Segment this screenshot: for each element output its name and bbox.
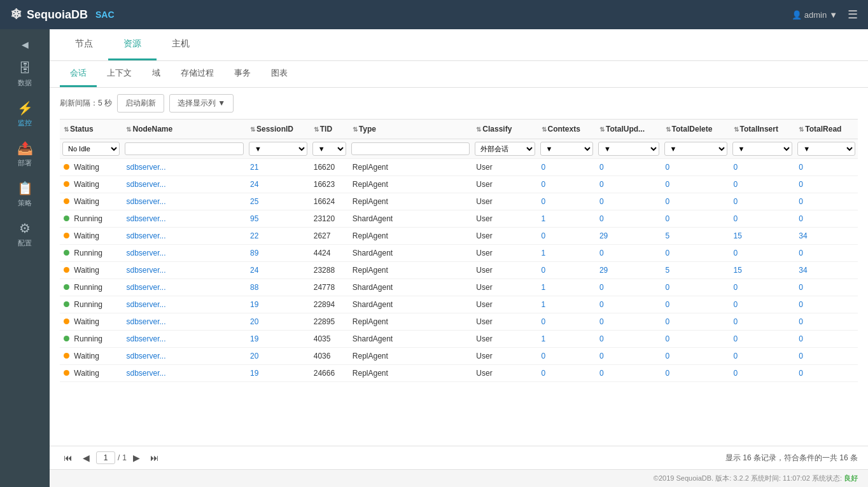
cell-nodename[interactable]: sdbserver... <box>122 228 246 245</box>
filter-totalinsert[interactable]: ▼ <box>730 139 795 159</box>
select-columns-button[interactable]: 选择显示列 ▼ <box>169 94 234 113</box>
nodename-link[interactable]: sdbserver... <box>126 283 165 292</box>
tab-chart[interactable]: 图表 <box>261 61 298 87</box>
col-header-sessionid[interactable]: ⇅SessionID <box>246 120 310 139</box>
cell-nodename[interactable]: sdbserver... <box>122 279 246 296</box>
sessionid-link[interactable]: 24 <box>250 266 258 275</box>
sidebar-item-monitor[interactable]: ⚡ 监控 <box>0 94 50 134</box>
sidebar-item-policy[interactable]: 📋 策略 <box>0 174 50 214</box>
nodename-link[interactable]: sdbserver... <box>126 163 165 172</box>
user-menu[interactable]: 👤 admin ▼ <box>792 10 837 20</box>
cell-nodename[interactable]: sdbserver... <box>122 176 246 193</box>
current-page[interactable]: 1 <box>96 451 115 464</box>
filter-sessionid[interactable]: ▼ <box>246 139 310 159</box>
col-header-totalupd[interactable]: ⇅TotalUpd... <box>596 120 662 139</box>
cell-sessionid[interactable]: 20 <box>246 313 310 331</box>
tab-storedproc[interactable]: 存储过程 <box>171 61 224 87</box>
sessionid-link[interactable]: 21 <box>250 163 258 172</box>
totaldelete-filter-select[interactable]: ▼ <box>664 142 727 156</box>
cell-nodename[interactable]: sdbserver... <box>122 296 246 313</box>
nodename-link[interactable]: sdbserver... <box>126 369 165 378</box>
sessionid-link[interactable]: 20 <box>250 352 258 360</box>
cell-sessionid[interactable]: 20 <box>246 348 310 365</box>
cell-sessionid[interactable]: 88 <box>246 279 310 296</box>
tid-filter-select[interactable]: ▼ <box>312 142 346 156</box>
last-page-button[interactable]: ⏭ <box>146 451 163 464</box>
nodename-link[interactable]: sdbserver... <box>126 197 165 206</box>
nodename-link[interactable]: sdbserver... <box>126 214 165 223</box>
filter-totalread[interactable]: ▼ <box>795 139 858 159</box>
sidebar-item-data[interactable]: 🗄 数据 <box>0 55 50 94</box>
tab-node[interactable]: 节点 <box>60 29 108 60</box>
cell-nodename[interactable]: sdbserver... <box>122 331 246 348</box>
totalread-filter-select[interactable]: ▼ <box>797 142 855 156</box>
tab-context[interactable]: 上下文 <box>97 61 142 87</box>
tab-resource[interactable]: 资源 <box>108 29 157 60</box>
nodename-filter-input[interactable] <box>125 142 243 155</box>
sessionid-link[interactable]: 24 <box>250 180 258 189</box>
cell-sessionid[interactable]: 24 <box>246 176 310 193</box>
start-refresh-button[interactable]: 启动刷新 <box>117 94 164 113</box>
nodename-link[interactable]: sdbserver... <box>126 266 165 275</box>
nodename-link[interactable]: sdbserver... <box>126 249 165 257</box>
nodename-link[interactable]: sdbserver... <box>126 231 165 240</box>
totalupd-filter-select[interactable]: ▼ <box>598 142 659 156</box>
cell-sessionid[interactable]: 95 <box>246 210 310 228</box>
col-header-status[interactable]: ⇅Status <box>60 120 122 139</box>
cell-nodename[interactable]: sdbserver... <box>122 159 246 176</box>
cell-sessionid[interactable]: 19 <box>246 296 310 313</box>
tab-host[interactable]: 主机 <box>157 29 205 60</box>
nodename-link[interactable]: sdbserver... <box>126 300 165 309</box>
cell-sessionid[interactable]: 21 <box>246 159 310 176</box>
cell-nodename[interactable]: sdbserver... <box>122 313 246 331</box>
tab-domain[interactable]: 域 <box>142 61 171 87</box>
col-header-tid[interactable]: ⇅TID <box>310 120 349 139</box>
col-header-nodename[interactable]: ⇅NodeName <box>122 120 246 139</box>
sessionid-link[interactable]: 19 <box>250 369 258 378</box>
cell-sessionid[interactable]: 89 <box>246 245 310 262</box>
filter-totalupd[interactable]: ▼ <box>596 139 662 159</box>
nodename-link[interactable]: sdbserver... <box>126 317 165 326</box>
cell-sessionid[interactable]: 25 <box>246 193 310 210</box>
nodename-link[interactable]: sdbserver... <box>126 352 165 360</box>
sessionid-link[interactable]: 89 <box>250 249 258 257</box>
filter-tid[interactable]: ▼ <box>310 139 349 159</box>
cell-sessionid[interactable]: 24 <box>246 262 310 279</box>
tab-transaction[interactable]: 事务 <box>224 61 261 87</box>
sessionid-link[interactable]: 20 <box>250 317 258 326</box>
cell-nodename[interactable]: sdbserver... <box>122 348 246 365</box>
prev-page-button[interactable]: ◀ <box>79 451 94 464</box>
col-header-contexts[interactable]: ⇅Contexts <box>538 120 596 139</box>
sessionid-link[interactable]: 19 <box>250 300 258 309</box>
cell-sessionid[interactable]: 19 <box>246 365 310 382</box>
sessionid-link[interactable]: 95 <box>250 214 258 223</box>
sessionid-link[interactable]: 88 <box>250 283 258 292</box>
sessionid-link[interactable]: 22 <box>250 231 258 240</box>
cell-sessionid[interactable]: 22 <box>246 228 310 245</box>
type-filter-input[interactable] <box>351 142 470 155</box>
totalinsert-filter-select[interactable]: ▼ <box>732 142 793 156</box>
cell-nodename[interactable]: sdbserver... <box>122 210 246 228</box>
status-filter-select[interactable]: No Idle All Running Waiting <box>62 142 120 156</box>
cell-nodename[interactable]: sdbserver... <box>122 193 246 210</box>
sidebar-item-deploy[interactable]: 📤 部署 <box>0 134 50 174</box>
col-header-classify[interactable]: ⇅Classify <box>472 120 537 139</box>
nodename-link[interactable]: sdbserver... <box>126 334 165 343</box>
cell-sessionid[interactable]: 19 <box>246 331 310 348</box>
nodename-link[interactable]: sdbserver... <box>126 180 165 189</box>
filter-type[interactable] <box>349 139 472 159</box>
cell-nodename[interactable]: sdbserver... <box>122 245 246 262</box>
filter-nodename[interactable] <box>122 139 246 159</box>
hamburger-icon[interactable]: ☰ <box>848 8 858 22</box>
col-header-type[interactable]: ⇅Type <box>349 120 472 139</box>
tab-session[interactable]: 会话 <box>60 61 97 87</box>
classify-filter-select[interactable]: 外部会话 All <box>475 142 535 156</box>
sidebar-collapse-button[interactable]: ◀ <box>22 34 29 55</box>
cell-nodename[interactable]: sdbserver... <box>122 365 246 382</box>
filter-classify[interactable]: 外部会话 All <box>472 139 537 159</box>
col-header-totaldelete[interactable]: ⇅TotalDelete <box>662 120 730 139</box>
filter-status[interactable]: No Idle All Running Waiting <box>60 139 122 159</box>
first-page-button[interactable]: ⏮ <box>60 451 76 464</box>
filter-contexts[interactable]: ▼ <box>538 139 596 159</box>
sessionid-filter-select[interactable]: ▼ <box>249 142 307 156</box>
